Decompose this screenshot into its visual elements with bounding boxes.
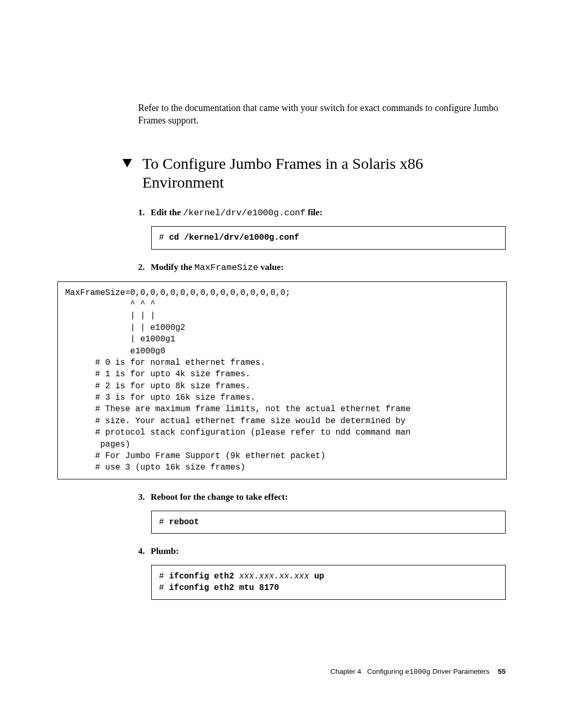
footer-title-a: Configuring	[367, 668, 405, 675]
step-number: 4.	[138, 545, 149, 558]
cmd-part: ifconfig eth2	[169, 572, 239, 581]
command: reboot	[169, 517, 199, 527]
intro-paragraph: Refer to the documentation that came wit…	[138, 102, 506, 127]
step-suffix: value:	[258, 262, 284, 272]
cmd-placeholder: xxx.xxx.xx.xxx	[239, 572, 309, 581]
triangle-down-icon	[123, 159, 132, 168]
step-text: Edit the /kernel/drv/e1000g.conf file:	[151, 206, 323, 219]
page-number: 55	[498, 668, 506, 675]
code-block-cd: # cd /kernel/drv/e1000g.conf	[151, 226, 506, 249]
prompt: #	[159, 517, 169, 527]
step-text: Plumb:	[151, 545, 179, 558]
step-number: 3.	[138, 491, 149, 503]
command: cd /kernel/drv/e1000g.conf	[169, 233, 299, 242]
token-text: MaxFrameSize	[194, 263, 258, 273]
svg-marker-0	[123, 159, 132, 167]
step-prefix: Modify the	[151, 262, 194, 272]
step-text: Reboot for the change to take effect:	[151, 491, 288, 503]
prompt: #	[159, 572, 169, 581]
code-block-reboot: # reboot	[151, 511, 506, 534]
path-text: /kernel/drv/e1000g.conf	[183, 208, 305, 218]
step-text: Modify the MaxFrameSize value:	[151, 261, 284, 274]
cmd-part: up	[309, 572, 324, 581]
step-number: 1.	[138, 206, 149, 219]
footer-mono: e1000g	[405, 668, 431, 676]
step-2: 2. Modify the MaxFrameSize value:	[138, 261, 506, 274]
page-footer: Chapter 4 Configuring e1000g Driver Para…	[331, 668, 506, 676]
chapter-label: Chapter 4	[331, 668, 361, 675]
code-block-ifconfig: # ifconfig eth2 xxx.xxx.xx.xxx up # ifco…	[151, 565, 506, 600]
step-prefix: Edit the	[151, 207, 183, 217]
step-3: 3. Reboot for the change to take effect:	[138, 491, 506, 503]
section-heading: To Configure Jumbo Frames in a Solaris x…	[123, 154, 506, 192]
step-1: 1. Edit the /kernel/drv/e1000g.conf file…	[138, 206, 506, 219]
command: ifconfig eth2 mtu 8170	[169, 583, 279, 593]
footer-title-b: Driver Parameters	[431, 668, 489, 675]
heading-text: To Configure Jumbo Frames in a Solaris x…	[142, 154, 506, 192]
prompt: #	[159, 233, 169, 242]
prompt: #	[159, 583, 169, 593]
step-4: 4. Plumb:	[138, 545, 506, 558]
code-block-maxframe: MaxFrameSize=0,0,0,0,0,0,0,0,0,0,0,0,0,0…	[57, 281, 507, 479]
step-suffix: file:	[305, 207, 323, 217]
step-number: 2.	[138, 261, 149, 274]
page-content: Refer to the documentation that came wit…	[0, 0, 563, 728]
